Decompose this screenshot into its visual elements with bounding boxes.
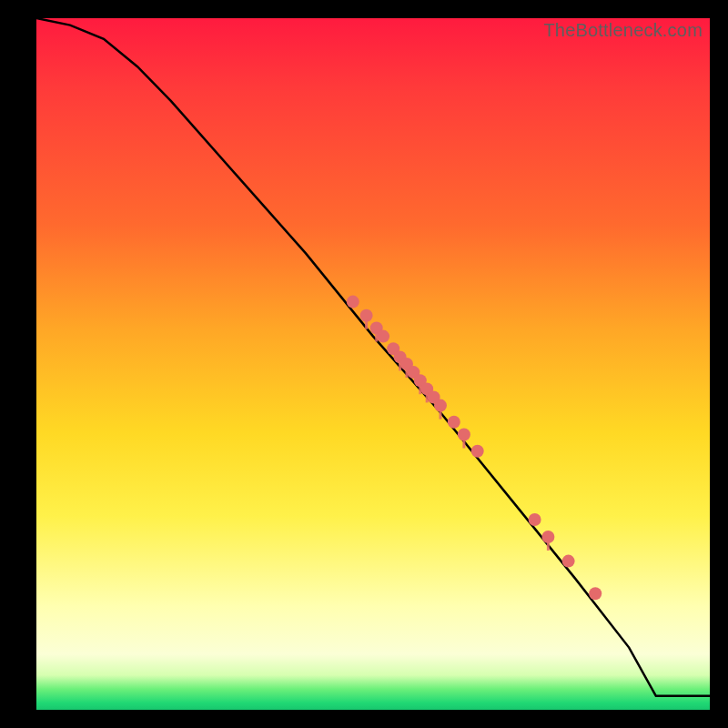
data-point bbox=[471, 445, 484, 458]
data-point bbox=[541, 531, 554, 543]
data-point bbox=[377, 330, 389, 343]
scatter-points bbox=[347, 296, 602, 601]
data-point-tail bbox=[462, 440, 465, 449]
data-point bbox=[360, 309, 373, 322]
data-point bbox=[448, 416, 460, 429]
plot-area: TheBottleneck.com bbox=[36, 18, 710, 710]
data-point-tail bbox=[365, 320, 368, 329]
data-point bbox=[529, 513, 541, 526]
curve-line bbox=[36, 18, 710, 696]
data-point bbox=[434, 399, 447, 412]
data-point-tail bbox=[440, 410, 442, 420]
chart-svg bbox=[36, 18, 710, 710]
data-point bbox=[347, 296, 359, 308]
data-point bbox=[562, 555, 575, 568]
data-point bbox=[589, 587, 602, 600]
data-point bbox=[458, 429, 470, 441]
data-point-tail bbox=[547, 541, 550, 551]
chart-container: TheBottleneck.com bbox=[0, 0, 728, 728]
